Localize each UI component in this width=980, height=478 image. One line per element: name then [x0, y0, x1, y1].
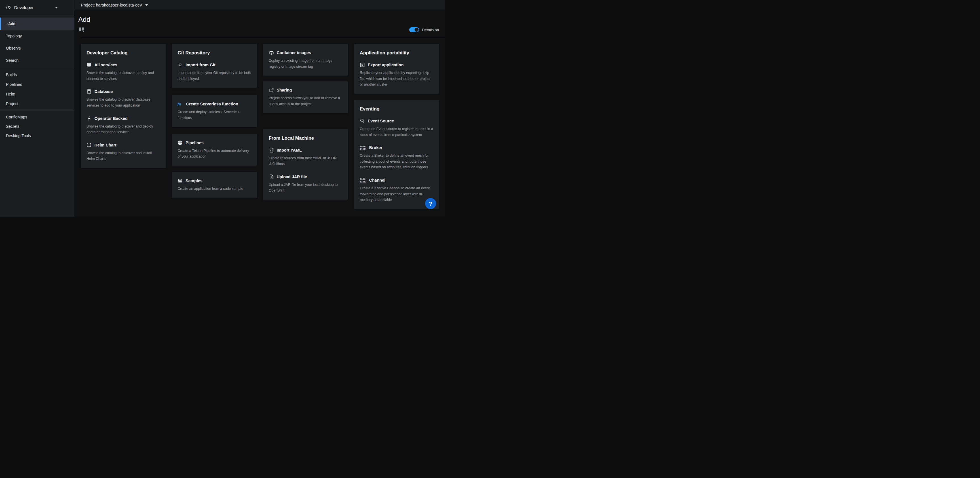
item-title-row: Container images [269, 50, 342, 55]
item-description: Create a Tekton Pipeline to automate del… [178, 148, 251, 159]
sidebar: Developer +AddTopologyObserveSearchBuild… [0, 0, 74, 217]
card-item-all-services[interactable]: All servicesBrowse the catalog to discov… [86, 62, 160, 82]
channel-icon: 101011011 [360, 178, 366, 183]
book-icon [86, 62, 92, 67]
sidebar-item-label: Pipelines [6, 82, 22, 87]
cards-grid: Developer CatalogAll servicesBrowse the … [74, 37, 445, 209]
guided-tour-book-plus-icon[interactable] [78, 27, 85, 33]
item-title-row: Import YAML [269, 148, 342, 153]
sidebar-item-secrets[interactable]: Secrets [0, 122, 74, 131]
sidebar-item-label: Topology [6, 34, 22, 38]
item-description: Create and deploy stateless, Serverless … [178, 109, 251, 121]
card-item-channel[interactable]: 101011011ChannelCreate a Knative Channel… [360, 178, 433, 203]
card-item-operator-backed[interactable]: Operator BackedBrowse the catalog to dis… [86, 116, 160, 135]
card-item-sharing[interactable]: SharingProject access allows you to add … [269, 87, 342, 107]
project-selector-label: Project: harshcasper-localsta-dev [81, 3, 142, 7]
file-code-icon [269, 148, 274, 153]
card-column: Developer CatalogAll servicesBrowse the … [81, 44, 165, 168]
card-container-images[interactable]: Container imagesDeploy an existing Image… [263, 44, 348, 76]
item-title-row: 101011011Channel [360, 178, 433, 183]
sidebar-item-pipelines[interactable]: Pipelines [0, 79, 74, 89]
card-item-export-application[interactable]: Export applicationReplicate your applica… [360, 62, 433, 87]
svg-text:fn: fn [178, 102, 181, 106]
sidebar-item-desktop-tools[interactable]: Desktop Tools [0, 131, 74, 140]
details-toggle[interactable] [409, 27, 419, 32]
item-title-row: Sharing [269, 87, 342, 93]
item-description: Project access allows you to add or remo… [269, 95, 342, 107]
export-icon [360, 62, 365, 67]
card-group-title: From Local Machine [269, 135, 342, 141]
item-title-row: Event Source [360, 118, 433, 124]
sidebar-item-label: Search [6, 58, 18, 63]
event-source-icon [360, 118, 365, 124]
item-title-row: Helm Chart [86, 143, 160, 148]
card-pipelines[interactable]: PipelinesCreate a Tekton Pipeline to aut… [172, 134, 257, 166]
card-column: Git RepositoryImport from GitImport code… [172, 44, 257, 198]
sidebar-item-configmaps[interactable]: ConfigMaps [0, 112, 74, 122]
card-from-local-machine[interactable]: From Local MachineImport YAMLCreate reso… [263, 129, 348, 200]
bolt-icon [86, 116, 92, 121]
card-item-broker[interactable]: 101011011BrokerCreate a Broker to define… [360, 145, 433, 170]
sidebar-item-label: Builds [6, 73, 17, 77]
item-title-row: Import from Git [178, 62, 251, 67]
share-icon [269, 87, 274, 93]
perspective-switcher[interactable]: Developer [0, 0, 74, 15]
help-button[interactable]: ? [425, 198, 436, 209]
card-application-portability[interactable]: Application portabilityExport applicatio… [354, 44, 439, 94]
item-description: Replicate your application by exporting … [360, 70, 433, 87]
card-eventing[interactable]: EventingEvent SourceCreate an Event sour… [354, 100, 439, 209]
card-column: Application portabilityExport applicatio… [354, 44, 439, 209]
item-title: All services [94, 63, 118, 67]
sidebar-item-topology[interactable]: Topology [0, 30, 74, 42]
sidebar-section-divider [0, 68, 74, 68]
card-item-upload-jar-file[interactable]: Upload JAR fileUpload a JAR file from yo… [269, 174, 342, 194]
item-description: Browse the catalog to discover database … [86, 97, 160, 108]
card-item-helm-chart[interactable]: Helm ChartBrowse the catalog to discover… [86, 143, 160, 162]
item-title: Import YAML [277, 148, 302, 152]
card-create-serverless-function[interactable]: fnCreate Serverless functionCreate and d… [172, 95, 257, 127]
card-developer-catalog[interactable]: Developer CatalogAll servicesBrowse the … [81, 44, 165, 168]
pipelines-icon [178, 140, 183, 145]
card-item-import-from-git[interactable]: Import from GitImport code from your Git… [178, 62, 251, 82]
card-sharing[interactable]: SharingProject access allows you to add … [263, 81, 348, 113]
item-title: Operator Backed [94, 116, 127, 121]
item-title: Upload JAR file [277, 175, 307, 179]
sidebar-item-label: Desktop Tools [6, 133, 31, 138]
item-title: Helm Chart [94, 143, 116, 147]
item-title-row: Upload JAR file [269, 174, 342, 179]
card-item-samples[interactable]: SamplesCreate an application from a code… [178, 178, 251, 192]
sidebar-item-builds[interactable]: Builds [0, 70, 74, 79]
item-title-row: Samples [178, 178, 251, 183]
svg-text:1010: 1010 [360, 178, 366, 181]
card-samples[interactable]: SamplesCreate an application from a code… [172, 172, 257, 198]
card-git-repository[interactable]: Git RepositoryImport from GitImport code… [172, 44, 257, 88]
sidebar-item-label: Helm [6, 92, 15, 96]
details-toggle-label: Details on [422, 28, 439, 32]
svg-text:11011: 11011 [360, 148, 366, 150]
card-group-title: Eventing [360, 106, 433, 112]
card-item-container-images[interactable]: Container imagesDeploy an existing Image… [269, 50, 342, 70]
sidebar-item-search[interactable]: Search [0, 54, 74, 66]
item-description: Browse the catalog to discover and insta… [86, 150, 160, 162]
card-item-import-yaml[interactable]: Import YAMLCreate resources from their Y… [269, 148, 342, 167]
item-description: Create an application from a code sample [178, 186, 251, 192]
item-description: Browse the catalog to discover, deploy a… [86, 70, 160, 82]
card-item-pipelines[interactable]: PipelinesCreate a Tekton Pipeline to aut… [178, 140, 251, 159]
add-page: Add Details on [74, 10, 445, 217]
sidebar-item-add[interactable]: +Add [0, 17, 74, 30]
sidebar-item-project[interactable]: Project [0, 99, 74, 108]
item-description: Create a Broker to define an event mesh … [360, 153, 433, 170]
item-title-row: fnCreate Serverless function [178, 102, 251, 106]
broker-icon: 101011011 [360, 145, 366, 150]
database-icon [86, 89, 92, 94]
sidebar-item-helm[interactable]: Helm [0, 89, 74, 99]
sidebar-item-label: +Add [6, 22, 15, 26]
sidebar-item-label: Secrets [6, 124, 19, 129]
project-selector[interactable]: Project: harshcasper-localsta-dev [74, 0, 445, 10]
card-item-event-source[interactable]: Event SourceCreate an Event source to re… [360, 118, 433, 138]
sidebar-item-observe[interactable]: Observe [0, 42, 74, 54]
card-item-create-serverless-function[interactable]: fnCreate Serverless functionCreate and d… [178, 102, 251, 121]
card-item-database[interactable]: DatabaseBrowse the catalog to discover d… [86, 89, 160, 108]
item-title: Samples [185, 178, 202, 183]
item-description: Upload a JAR file from your local deskto… [269, 182, 342, 194]
